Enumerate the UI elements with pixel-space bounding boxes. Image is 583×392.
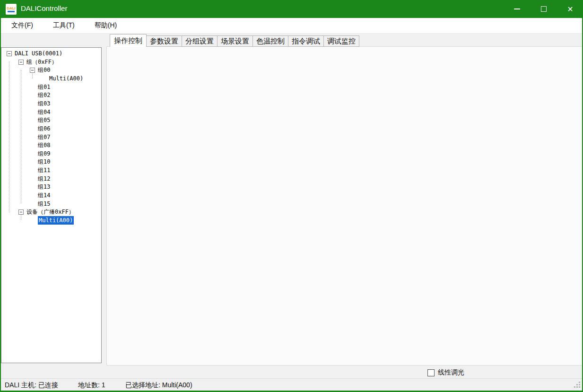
tree-item[interactable]: 组10	[1, 157, 101, 166]
tree-item-label[interactable]: Multi(A00)	[49, 74, 83, 83]
tree-item-label[interactable]: 组14	[38, 191, 50, 200]
tree-item[interactable]: 组06	[1, 124, 101, 133]
tree-item[interactable]: 组12	[1, 174, 101, 183]
tree-item[interactable]: 设备（广播0xFF）	[1, 208, 101, 216]
tree-item-label[interactable]: 组13	[38, 183, 50, 191]
window-title: DALIController	[21, 4, 67, 12]
close-button[interactable]: ✕	[559, 0, 581, 18]
status-item: DALI 主机: 已连接	[5, 381, 58, 390]
tree-item-label[interactable]: 组15	[38, 200, 50, 208]
tree-item-label[interactable]: 组04	[38, 108, 50, 116]
maximize-button[interactable]	[533, 0, 555, 18]
tree-item-label[interactable]: Multi(A00)	[38, 216, 74, 225]
collapse-icon[interactable]	[7, 51, 12, 56]
linear-dimming-label: 线性调光	[438, 368, 464, 377]
tree-item-label[interactable]: 组06	[38, 124, 50, 133]
collapse-icon[interactable]	[18, 60, 24, 65]
tab-bar: 操作控制参数设置分组设置场景设置色温控制指令调试调试监控	[110, 34, 359, 47]
tab-参数设置[interactable]: 参数设置	[146, 35, 182, 47]
app-window: DALI DALIController ✕ 文件(F)工具(T)帮助(H) 操作…	[0, 0, 583, 392]
linear-dimming-checkbox[interactable]	[427, 369, 435, 376]
collapse-icon[interactable]	[30, 68, 35, 73]
tab-分组设置[interactable]: 分组设置	[182, 35, 218, 47]
tab-操作控制[interactable]: 操作控制	[110, 34, 147, 47]
tree-item[interactable]: 组（0xFF）	[1, 58, 101, 66]
tree-item[interactable]: Multi(A00)	[1, 74, 101, 83]
window-border	[0, 18, 1, 392]
menu-bar: 文件(F)工具(T)帮助(H)	[0, 18, 583, 34]
tree-item-label[interactable]: 组10	[38, 157, 50, 166]
tree-item-label[interactable]: 组（0xFF）	[26, 58, 57, 66]
collapse-icon[interactable]	[18, 209, 24, 215]
tab-指令调试[interactable]: 指令调试	[288, 35, 324, 47]
tree-item-label[interactable]: 组00	[38, 66, 50, 74]
tree-item-label[interactable]: 组12	[38, 174, 50, 183]
tree-item-label[interactable]: 组07	[38, 133, 50, 141]
tree-item[interactable]: 组07	[1, 133, 101, 141]
tree-item[interactable]: 组00	[1, 66, 101, 74]
tree-item-label[interactable]: 组05	[38, 116, 50, 124]
tree-item[interactable]: 组15	[1, 200, 101, 208]
tree-item-label[interactable]: 组09	[38, 149, 50, 158]
app-icon-underline	[8, 11, 15, 12]
tab-page-operation	[106, 46, 583, 366]
tree-item-label[interactable]: 组08	[38, 141, 50, 149]
tab-色温控制[interactable]: 色温控制	[252, 35, 288, 47]
status-bar: DALI 主机: 已连接地址数: 1已选择地址: Multi(A00)	[0, 378, 583, 391]
minimize-icon	[514, 9, 520, 9]
status-item: 已选择地址: Multi(A00)	[125, 381, 192, 390]
tree-item[interactable]: 组08	[1, 141, 101, 149]
app-icon: DALI	[6, 4, 17, 15]
tab-调试监控[interactable]: 调试监控	[323, 35, 359, 47]
tree-item[interactable]: 组14	[1, 191, 101, 200]
tree-item-label[interactable]: 组01	[38, 83, 50, 91]
tree-item[interactable]: 组02	[1, 91, 101, 99]
resize-grip-icon[interactable]	[579, 386, 580, 388]
tree-item[interactable]: 组03	[1, 99, 101, 108]
app-icon-text: DALI	[7, 7, 16, 10]
menu-item[interactable]: 工具(T)	[50, 19, 78, 32]
maximize-icon	[541, 6, 547, 12]
tree-item-label[interactable]: DALI USB(0001)	[15, 49, 62, 58]
tree-item-label[interactable]: 组03	[38, 99, 50, 108]
tree-item-label[interactable]: 组02	[38, 91, 50, 99]
tree-item-label[interactable]: 设备（广播0xFF）	[26, 208, 74, 216]
tree-item[interactable]: 组04	[1, 108, 101, 116]
title-bar[interactable]: DALI DALIController ✕	[0, 0, 583, 18]
tree-item[interactable]: 组13	[1, 183, 101, 191]
device-tree: DALI USB(0001)组（0xFF）组00Multi(A00)组01组02…	[1, 47, 102, 363]
status-item: 地址数: 1	[78, 381, 105, 390]
menu-item[interactable]: 帮助(H)	[92, 19, 120, 32]
tree-item[interactable]: 组09	[1, 149, 101, 158]
tree-item[interactable]: DALI USB(0001)	[1, 49, 101, 58]
tree-item[interactable]: 组05	[1, 116, 101, 124]
tree-item[interactable]: Multi(A00)	[1, 216, 101, 225]
minimize-button[interactable]	[506, 0, 528, 18]
tree-item[interactable]: 组01	[1, 83, 101, 91]
tree-item[interactable]: 组11	[1, 166, 101, 174]
tree-item-label[interactable]: 组11	[38, 166, 50, 174]
tab-场景设置[interactable]: 场景设置	[217, 35, 253, 47]
close-icon: ✕	[567, 5, 573, 14]
linear-dimming-row: 线性调光	[427, 368, 464, 377]
menu-item[interactable]: 文件(F)	[9, 19, 36, 32]
